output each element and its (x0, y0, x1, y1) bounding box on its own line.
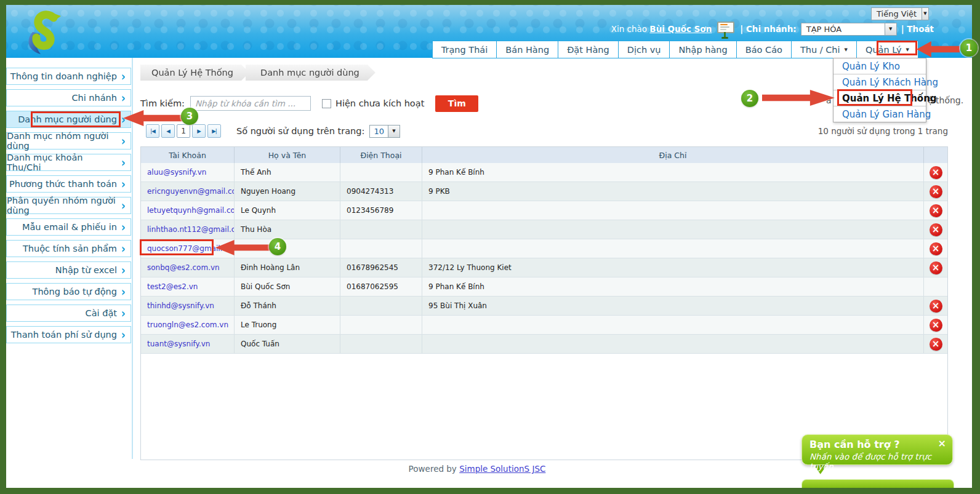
sidebar-item-danh-muc-khoan-thu-chi[interactable]: Danh mục khoản Thu/Chi› (6, 154, 131, 171)
user-email-link[interactable]: test2@es2.vn (147, 282, 198, 291)
chevron-down-icon: ▼ (845, 47, 848, 52)
menu-item-quan-ly-khach-hang[interactable]: Quản Lý Khách Hàng (833, 74, 926, 90)
user-name-cell: Thế Anh (235, 163, 340, 181)
delete-user-button[interactable]: × (930, 204, 942, 217)
per-page-select[interactable]: 10 ▼ (369, 125, 400, 138)
pagination-last-button[interactable]: ▶| (207, 124, 221, 138)
chevron-right-icon: › (121, 135, 126, 147)
search-button[interactable]: Tìm (435, 95, 478, 112)
sidebar-item-thong-tin-doanh-nghiep[interactable]: Thông tin doanh nghiệp› (6, 68, 131, 85)
table-row: thinhd@sysnify.vn Đỗ Thánh 95 Bùi Thị Xu… (141, 297, 947, 316)
nav-item-bao-cao[interactable]: Báo Cáo (736, 41, 791, 58)
sidebar-item-phan-quyen-nhom-nguoi-dung[interactable]: Phân quyền nhóm người dùng› (6, 197, 131, 214)
greeting-text: Xin chào Bùi Quốc Sơn (611, 24, 712, 34)
user-phone-cell (340, 239, 422, 258)
pagination-first-button[interactable]: |◀ (146, 124, 159, 138)
user-phone-cell (340, 297, 422, 315)
support-chat-bar[interactable] (801, 479, 954, 488)
user-email-link[interactable]: letuyetquynh@gmail.com (147, 206, 235, 215)
user-email-link[interactable]: ericnguyenvn@gmail.com (147, 187, 235, 196)
user-email-link[interactable]: linhthao.nt112@gmail.com (147, 225, 235, 234)
chevron-down-icon[interactable]: ▼ (388, 125, 400, 137)
chevron-right-icon: › (121, 113, 126, 125)
sidebar-item-thong-bao-tu-dong[interactable]: Thông báo tự động› (6, 283, 131, 300)
vendor-link[interactable]: Simple SolutionS JSC (459, 464, 545, 474)
nav-item-dich-vu[interactable]: Dịch vụ (618, 41, 670, 58)
breadcrumb-quan-ly-he-thong[interactable]: Quản Lý Hệ Thống (140, 65, 249, 81)
nav-item-nhap-hang[interactable]: Nhập hàng (669, 41, 736, 58)
column-header-address: Địa Chỉ (422, 147, 924, 163)
user-email-link[interactable]: thinhd@sysnify.vn (147, 301, 214, 310)
delete-user-button[interactable]: × (930, 223, 942, 236)
table-row: aluu@sysnify.vn Thế Anh 9 Phan Kế Bính × (141, 163, 947, 182)
user-address-cell: 9 Phan Kế Bính (422, 163, 924, 181)
sidebar-item-cai-dat[interactable]: Cài đặt› (6, 305, 131, 322)
user-email-link[interactable]: sonbq@es2.com.vn (147, 263, 220, 272)
chevron-down-icon[interactable]: ▼ (922, 8, 928, 20)
nav-item-dat-hang[interactable]: Đặt Hàng (558, 41, 618, 58)
nav-item-thu-chi[interactable]: Thu / Chi▼ (791, 41, 856, 58)
pagination-current-page[interactable]: 1 (177, 124, 190, 138)
main-nav: Trạng Thái Bán Hàng Đặt Hàng Dịch vụ Nhậ… (432, 41, 918, 58)
sidebar-item-chi-nhanh[interactable]: Chi nhánh› (6, 89, 131, 106)
delete-user-button[interactable]: × (930, 261, 942, 274)
powered-by-text: Powered by (409, 464, 457, 474)
support-chat-bubble[interactable]: Bạn cần hỗ trợ ? Nhấn vào để được hỗ trợ… (801, 434, 953, 465)
delete-user-button[interactable]: × (930, 338, 942, 351)
table-row-current-user: test2@es2.vn Bùi Quốc Sơn 01687062595 9 … (141, 277, 947, 297)
chevron-right-icon: › (121, 329, 126, 341)
menu-item-quan-ly-gian-hang[interactable]: Quản Lý Gian Hàng (833, 106, 926, 122)
chat-title: Bạn cần hỗ trợ ? (809, 439, 945, 450)
user-name-cell: Đỗ Thánh (235, 297, 340, 315)
chevron-right-icon: › (121, 307, 126, 319)
sidebar-item-phuong-thuc-thanh-toan[interactable]: Phương thức thanh toán› (6, 175, 131, 193)
language-select[interactable]: Tiếng Việt ▼ (871, 7, 929, 20)
sidebar: Thông tin doanh nghiệp› Chi nhánh› Danh … (6, 68, 131, 343)
chevron-right-icon: › (121, 199, 126, 212)
delete-user-button[interactable]: × (930, 166, 942, 179)
delete-user-button[interactable]: × (930, 242, 942, 255)
delete-user-button[interactable]: × (930, 300, 942, 313)
breadcrumb-danh-muc-nguoi-dung[interactable]: Danh mục người dùng (246, 65, 376, 81)
menu-item-quan-ly-kho[interactable]: Quản Lý Kho (833, 58, 926, 74)
sidebar-item-thanh-toan-phi-su-dung[interactable]: Thanh toán phí sử dụng› (6, 326, 131, 343)
signboard-icon[interactable] (717, 22, 734, 33)
user-address-cell (422, 335, 924, 353)
branch-select[interactable]: TẠP HÓA ▼ (801, 23, 897, 36)
user-profile-link[interactable]: Bùi Quốc Sơn (649, 24, 712, 34)
swan-logo-icon (23, 9, 69, 58)
annotation-highlight-quan-ly-he-thong (837, 89, 912, 106)
branch-label: | Chi nhánh: (740, 24, 796, 34)
sidebar-item-nhap-tu-excel[interactable]: Nhập từ excel› (6, 261, 131, 279)
brand-logo[interactable] (23, 9, 69, 60)
user-phone-cell: 01687062595 (340, 277, 422, 296)
annotation-step-2-badge: 2 (741, 90, 758, 107)
delete-user-button[interactable]: × (930, 319, 942, 332)
logout-link[interactable]: | Thoát (901, 24, 934, 34)
delete-user-button[interactable]: × (930, 185, 942, 198)
pagination-next-button[interactable]: ▶ (192, 124, 206, 138)
nav-item-ban-hang[interactable]: Bán Hàng (496, 41, 558, 58)
show-inactive-label: Hiện chưa kích hoạt (335, 98, 424, 108)
nav-item-trang-thai[interactable]: Trạng Thái (432, 41, 497, 58)
user-email-link[interactable]: truongln@es2.com.vn (147, 321, 228, 329)
show-inactive-checkbox[interactable] (322, 99, 331, 108)
user-email-link[interactable]: aluu@sysnify.vn (147, 168, 206, 177)
pagination-prev-button[interactable]: ◀ (161, 124, 175, 138)
user-phone-cell: 0904274313 (340, 182, 422, 201)
user-phone-cell: 0123456789 (340, 201, 422, 220)
user-phone-cell (340, 220, 422, 239)
sidebar-item-danh-muc-nhom-nguoi-dung[interactable]: Danh mục nhóm người dùng› (6, 132, 131, 149)
search-input[interactable] (190, 96, 311, 111)
user-address-cell: 9 Phan Kế Bính (422, 277, 924, 296)
greeting-prefix: Xin chào (611, 24, 647, 34)
table-row: ericnguyenvn@gmail.com Nguyen Hoang 0904… (141, 182, 947, 201)
close-icon[interactable]: × (938, 437, 946, 449)
sidebar-item-thuoc-tinh-san-pham[interactable]: Thuộc tính sản phẩm› (6, 240, 131, 257)
chevron-down-icon[interactable]: ▼ (885, 23, 896, 35)
user-email-link[interactable]: tuant@sysnify.vn (147, 340, 210, 348)
sidebar-item-mau-email-phieu-in[interactable]: Mẫu email & phiếu in› (6, 218, 131, 236)
branch-select-value: TẠP HÓA (801, 25, 846, 34)
search-label: Tìm kiếm: (140, 98, 185, 108)
user-name-cell: Bùi Quốc Sơn (235, 277, 340, 296)
